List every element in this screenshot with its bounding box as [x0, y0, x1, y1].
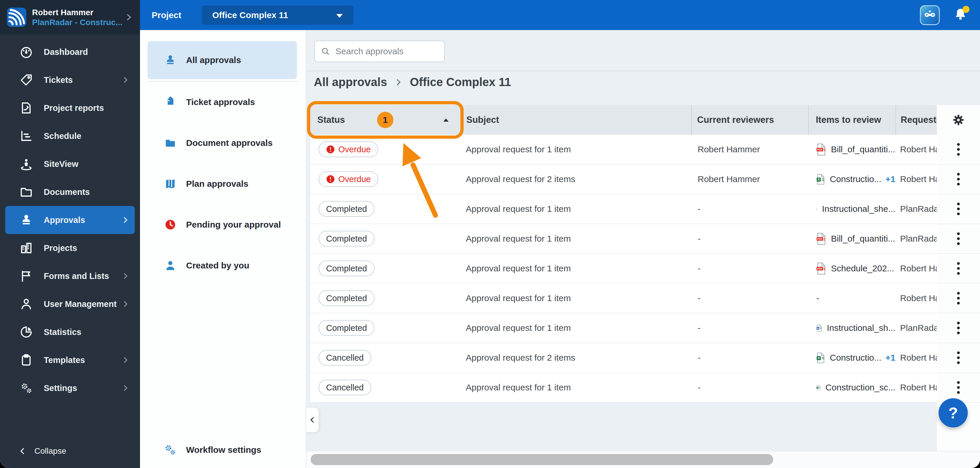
table-row[interactable]: Completed Approval request for 1 item - … — [310, 314, 980, 343]
file-name: Schedule_202... — [831, 263, 894, 274]
reviewers-cell: Robert Hammer — [691, 135, 808, 164]
subnav-item-plan-approvals[interactable]: Plan approvals — [140, 163, 305, 204]
sidebar-item-user-management[interactable]: User Management — [0, 290, 140, 318]
status-label: Completed — [326, 264, 367, 274]
status-label: Overdue — [338, 145, 371, 154]
items-cell[interactable]: PDF Schedule_202... — [808, 254, 896, 283]
sidebar-item-tickets[interactable]: Tickets — [0, 66, 140, 94]
breadcrumb-current: Office Complex 11 — [410, 76, 511, 89]
subnav-item-all-approvals[interactable]: All approvals — [148, 41, 297, 79]
reviewers-cell: - — [691, 314, 808, 342]
reviewers-cell: - — [691, 373, 808, 402]
chevron-right-icon — [124, 13, 133, 22]
column-header-subject[interactable]: Subject — [462, 105, 691, 135]
file-name: Bill_of_quantiti... — [831, 145, 895, 154]
sidebar-item-schedule[interactable]: Schedule — [0, 122, 140, 150]
additional-items-count[interactable]: +1 — [886, 174, 896, 184]
items-cell[interactable]: W Instructional_sh... — [808, 314, 896, 342]
account-switcher[interactable]: Robert Hammer PlanRadar - Construc... — [0, 0, 140, 34]
planradar-connect-button[interactable] — [920, 5, 940, 25]
status-filter-count-badge[interactable]: 1 — [377, 112, 393, 128]
folder-icon — [19, 185, 33, 199]
column-label: Items to review — [816, 115, 881, 125]
kebab-menu-icon[interactable] — [957, 291, 960, 305]
file-icon: PDF — [816, 143, 826, 156]
column-header-items-to-review[interactable]: Items to review — [808, 105, 896, 135]
subnav-item-label: Created by you — [186, 261, 250, 271]
clipboard-icon — [19, 353, 33, 367]
table-row[interactable]: Completed Approval request for 1 item - … — [310, 254, 980, 283]
sidebar-item-documents[interactable]: Documents — [0, 178, 140, 206]
file-icon: X — [816, 352, 825, 364]
kebab-menu-icon[interactable] — [957, 232, 960, 246]
search-input[interactable] — [335, 46, 438, 57]
sidebar-item-siteview[interactable]: SiteView — [0, 150, 140, 178]
sidebar-item-projects[interactable]: Projects — [0, 234, 140, 262]
sidebar-menu: Dashboard Tickets Project reports Schedu… — [0, 38, 140, 402]
collapse-panel-tab[interactable] — [306, 407, 319, 433]
search-icon — [321, 47, 330, 56]
subnav-item-ticket-approvals[interactable]: Ticket approvals — [140, 82, 305, 123]
kebab-menu-icon[interactable] — [957, 202, 960, 216]
kebab-menu-icon[interactable] — [957, 261, 960, 275]
scrollbar-thumb[interactable] — [310, 454, 773, 465]
table-row[interactable]: Completed Approval request for 1 item - … — [310, 283, 980, 314]
chevron-right-icon — [121, 384, 129, 392]
items-cell[interactable]: X Constructio... +1 — [808, 164, 896, 194]
notification-dot — [963, 6, 969, 13]
sidebar-item-project-reports[interactable]: Project reports — [0, 94, 140, 122]
sidebar-item-templates[interactable]: Templates — [0, 346, 140, 374]
column-header-current-reviewers[interactable]: Current reviewers — [691, 105, 808, 135]
status-badge: Completed — [318, 320, 374, 336]
project-selector-dropdown[interactable]: Office Complex 11 — [202, 6, 353, 25]
row-actions-cell — [937, 135, 980, 164]
table-row[interactable]: Overdue Approval request for 1 item Robe… — [310, 135, 980, 164]
file-name: Bill_of_quantiti... — [831, 234, 895, 244]
items-cell[interactable]: X Constructio... +1 — [808, 343, 896, 372]
items-cell[interactable]: - — [808, 283, 896, 313]
table-row[interactable]: Cancelled Approval request for 2 items -… — [310, 343, 980, 373]
status-label: Cancelled — [326, 383, 364, 392]
help-button[interactable]: ? — [939, 398, 968, 427]
additional-items-count[interactable]: +1 — [886, 353, 896, 363]
sidebar-item-forms-and-lists[interactable]: Forms and Lists — [0, 262, 140, 290]
chevron-right-icon — [394, 78, 403, 87]
kebab-menu-icon[interactable] — [957, 172, 960, 186]
sidebar-item-statistics[interactable]: Statistics — [0, 318, 140, 346]
subnav-item-pending-your-approval[interactable]: Pending your approval — [140, 204, 305, 245]
column-settings-button[interactable] — [937, 105, 980, 135]
collapse-sidebar-button[interactable]: Collapse — [0, 439, 66, 463]
column-label: Current reviewers — [697, 115, 774, 125]
subnav-item-created-by-you[interactable]: Created by you — [140, 245, 305, 286]
caret-down-icon — [336, 10, 343, 20]
table-row[interactable]: Completed Approval request for 1 item - … — [310, 224, 980, 254]
sidebar-item-approvals[interactable]: Approvals — [5, 206, 135, 234]
approval-stamp-icon — [19, 213, 33, 227]
items-cell[interactable]: W Instructional_she... — [808, 194, 896, 223]
column-header-status[interactable]: Status 1 — [310, 105, 462, 135]
table-row[interactable]: Overdue Approval request for 2 items Rob… — [310, 164, 980, 194]
items-cell[interactable]: X Construction_sc... — [808, 373, 896, 402]
table-row[interactable]: Completed Approval request for 1 item - … — [310, 194, 980, 224]
sidebar-item-settings[interactable]: Settings — [0, 374, 140, 402]
workflow-settings-button[interactable]: Workflow settings — [164, 444, 261, 456]
column-header-requester[interactable]: Requester — [896, 105, 937, 135]
subnav-item-document-approvals[interactable]: Document approvals — [140, 123, 305, 163]
sidebar-item-label: User Management — [44, 299, 117, 309]
items-cell[interactable]: PDF Bill_of_quantiti... — [808, 135, 896, 164]
status-label: Completed — [326, 234, 367, 244]
kebab-menu-icon[interactable] — [957, 351, 960, 365]
sort-ascending-icon[interactable] — [443, 118, 449, 122]
notifications-bell-icon[interactable] — [954, 8, 967, 23]
clock-icon — [164, 218, 177, 231]
kebab-menu-icon[interactable] — [957, 142, 960, 156]
file-name: Constructio... — [830, 353, 881, 363]
breadcrumb-parent[interactable]: All approvals — [314, 76, 387, 89]
kebab-menu-icon[interactable] — [957, 321, 960, 335]
sidebar-item-dashboard[interactable]: Dashboard — [0, 38, 140, 66]
items-cell[interactable]: PDF Bill_of_quantiti... — [808, 224, 896, 253]
kebab-menu-icon[interactable] — [957, 380, 960, 395]
svg-text:X: X — [817, 387, 818, 388]
table-row[interactable]: Cancelled Approval request for 1 item - … — [310, 373, 980, 403]
status-badge: Completed — [318, 290, 374, 306]
